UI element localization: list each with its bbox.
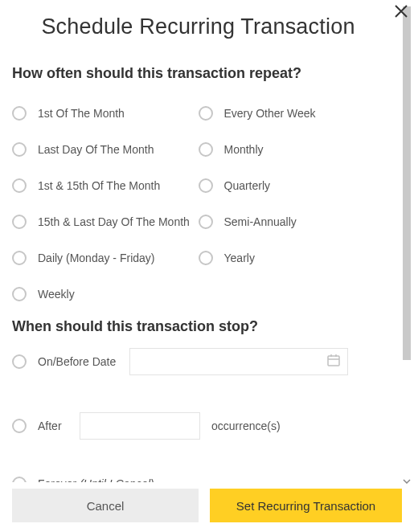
freq-option-yearly[interactable]: Yearly [199,239,385,276]
radio-icon[interactable] [12,106,27,121]
radio-label: Daily (Monday - Friday) [38,252,154,264]
radio-icon[interactable] [12,215,27,229]
radio-icon[interactable] [12,419,27,433]
radio-icon[interactable] [12,178,27,193]
radio-icon[interactable] [199,106,213,121]
radio-label: 1st Of The Month [38,107,125,120]
radio-label: Semi-Annually [224,215,297,228]
radio-label: Yearly [224,252,255,264]
freq-option-15th-last[interactable]: 15th & Last Day Of The Month [12,203,199,239]
freq-option-weekly[interactable]: Weekly [12,276,199,312]
freq-option-quarterly[interactable]: Quarterly [199,167,385,203]
radio-icon[interactable] [199,251,213,265]
freq-option-daily[interactable]: Daily (Monday - Friday) [12,239,199,276]
freq-option-every-other-week[interactable]: Every Other Week [199,95,385,131]
freq-option-monthly[interactable]: Monthly [199,131,385,167]
modal-title: Schedule Recurring Transaction [12,14,384,39]
freq-option-last-day-of-month[interactable]: Last Day Of The Month [12,131,199,167]
radio-label: Every Other Week [224,107,316,120]
radio-icon[interactable] [12,287,27,301]
calendar-icon[interactable] [326,353,341,370]
cancel-button[interactable]: Cancel [12,489,199,522]
radio-icon[interactable] [12,142,27,157]
radio-label: Last Day Of The Month [38,143,154,156]
radio-label: After [38,419,70,432]
radio-icon[interactable] [199,142,213,157]
radio-label: 15th & Last Day Of The Month [38,215,190,228]
stop-date-input[interactable] [129,348,348,375]
stop-heading: When should this transaction stop? [12,318,384,335]
freq-option-1st-15th[interactable]: 1st & 15th Of The Month [12,167,199,203]
radio-label: 1st & 15th Of The Month [38,179,160,192]
radio-icon[interactable] [12,251,27,265]
frequency-heading: How often should this transaction repeat… [12,65,384,82]
radio-label: Weekly [38,288,75,301]
occurrences-suffix: occurrence(s) [211,419,281,432]
radio-label: Monthly [224,143,264,156]
radio-icon[interactable] [199,178,213,193]
radio-icon[interactable] [199,215,213,229]
freq-option-1st-of-month[interactable]: 1st Of The Month [12,95,199,131]
svg-rect-0 [328,356,339,366]
radio-icon[interactable] [12,354,27,369]
set-recurring-button[interactable]: Set Recurring Transaction [210,489,402,522]
freq-option-semi-annually[interactable]: Semi-Annually [199,203,385,239]
scrollbar-track[interactable] [403,6,411,473]
radio-label: Quarterly [224,179,271,192]
scroll-down-arrow[interactable] [403,479,411,484]
radio-label: On/Before Date [38,355,118,368]
occurrences-input[interactable] [80,412,200,440]
stop-option-after[interactable]: After occurrence(s) [12,412,384,440]
stop-option-on-before-date[interactable]: On/Before Date [12,348,384,375]
close-icon[interactable] [393,3,409,19]
scrollbar-thumb[interactable] [403,6,411,360]
